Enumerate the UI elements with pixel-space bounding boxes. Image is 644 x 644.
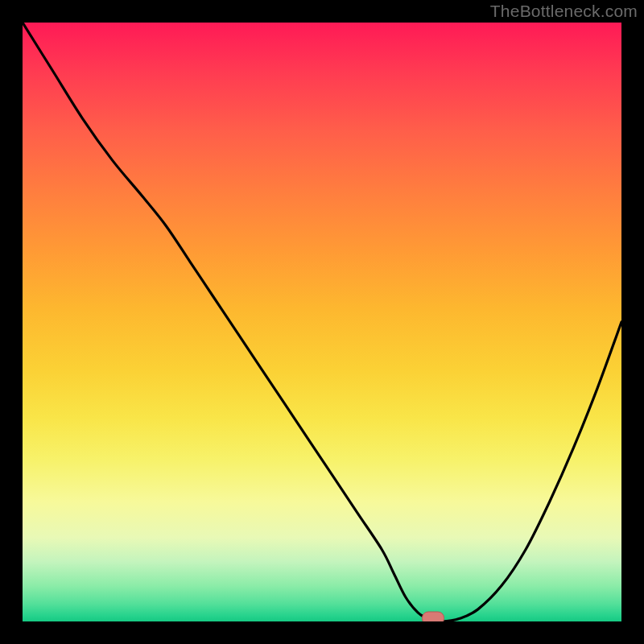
chart-stage: TheBottleneck.com [0,0,644,644]
curve-svg [23,23,621,621]
bottleneck-curve [23,23,621,621]
plot-area [23,23,621,621]
optimum-marker [422,612,444,622]
watermark-label: TheBottleneck.com [490,2,638,21]
